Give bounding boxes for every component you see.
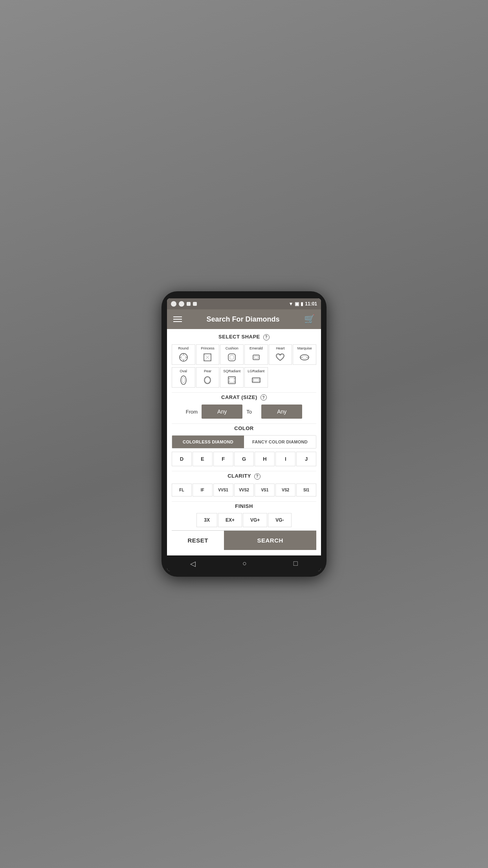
divider-3	[172, 471, 316, 471]
finish-btn-3X[interactable]: 3X	[196, 513, 217, 527]
shape-princess-icon	[202, 352, 213, 363]
signal-icon: ▣	[295, 301, 299, 307]
shape-emerald[interactable]: Emerald	[244, 344, 268, 365]
cart-icon[interactable]: 🛒	[304, 314, 315, 324]
finish-btn-EX+[interactable]: EX+	[218, 513, 242, 527]
clarity-btn-VS1[interactable]: VS1	[255, 484, 275, 497]
color-btn-H[interactable]: H	[255, 452, 275, 466]
finish-section: FINISH 3X EX+ VG+ VG-	[172, 503, 316, 527]
bottom-action-bar: RESET SEARCH	[172, 530, 316, 550]
color-tabs: COLORLESS DIAMOND FANCY COLOR DIAMOND	[172, 435, 316, 449]
search-button[interactable]: SEARCH	[224, 531, 316, 550]
color-btn-J[interactable]: J	[296, 452, 316, 466]
time-display: 11:01	[305, 301, 317, 307]
color-btn-D[interactable]: D	[172, 452, 192, 466]
status-icons-left	[171, 301, 197, 307]
color-btn-F[interactable]: F	[213, 452, 233, 466]
color-btn-E[interactable]: E	[193, 452, 213, 466]
color-tab-colorless[interactable]: COLORLESS DIAMOND	[172, 436, 244, 448]
shape-oval-label: Oval	[180, 369, 187, 373]
shape-oval[interactable]: Oval	[172, 367, 195, 388]
svg-line-9	[204, 357, 207, 361]
menu-button[interactable]	[173, 316, 182, 322]
svg-rect-14	[254, 356, 258, 359]
shape-lgradiant-label: LGRadiant	[248, 369, 264, 373]
shape-cushion-icon	[226, 352, 237, 363]
finish-section-title: FINISH	[172, 503, 316, 509]
carat-to-button[interactable]: Any	[261, 405, 302, 419]
svg-point-16	[302, 356, 307, 359]
clarity-section-title: CLARITY ?	[172, 473, 316, 480]
carat-section: CARAT (SIZE) ? From Any To Any	[172, 394, 316, 419]
shape-pear[interactable]: Pear	[196, 367, 220, 388]
finish-btn-VG+[interactable]: VG+	[243, 513, 267, 527]
color-buttons: D E F G H I J	[172, 452, 316, 466]
svg-rect-11	[228, 354, 235, 361]
nav-bar: ◁ ○ □	[167, 555, 321, 571]
color-tab-fancy[interactable]: FANCY COLOR DIAMOND	[244, 436, 316, 448]
divider-1	[172, 392, 316, 393]
clarity-btn-SI1[interactable]: SI1	[296, 484, 316, 497]
hamburger-line-2	[173, 319, 182, 320]
shape-empty-2	[293, 367, 316, 388]
shape-marquise-label: Marquise	[297, 346, 312, 350]
carat-section-title: CARAT (SIZE) ?	[172, 394, 316, 401]
clarity-btn-VVS2[interactable]: VVS2	[234, 484, 254, 497]
shape-round-label: Round	[178, 346, 189, 350]
shape-lgradiant-icon	[251, 375, 262, 386]
shape-princess-label: Princess	[201, 346, 215, 350]
clarity-help-icon[interactable]: ?	[254, 473, 261, 480]
shape-help-icon[interactable]: ?	[263, 334, 270, 340]
shape-cushion[interactable]: Cushion	[220, 344, 244, 365]
color-section: COLOR COLORLESS DIAMOND FANCY COLOR DIAM…	[172, 425, 316, 466]
carat-from-button[interactable]: Any	[202, 405, 242, 419]
nav-back-button[interactable]: ◁	[190, 559, 196, 568]
notification-icon-2	[179, 301, 184, 307]
shape-marquise[interactable]: Marquise	[293, 344, 316, 365]
svg-rect-28	[253, 379, 259, 381]
shape-grid-row2: Oval Pear	[172, 367, 316, 388]
svg-line-7	[204, 354, 207, 357]
hamburger-line-3	[173, 321, 182, 322]
app-bar: Search For Diamonds 🛒	[167, 309, 321, 329]
phone-frame: ▼ ▣ ▮ 11:01 Search For Diamonds 🛒 SELECT…	[161, 291, 327, 577]
clarity-btn-VS2[interactable]: VS2	[275, 484, 295, 497]
shape-round[interactable]: Round	[172, 344, 195, 365]
battery-icon: ▮	[301, 301, 303, 307]
clarity-btn-FL[interactable]: FL	[172, 484, 192, 497]
shape-pear-label: Pear	[204, 369, 211, 373]
phone-screen: ▼ ▣ ▮ 11:01 Search For Diamonds 🛒 SELECT…	[167, 298, 321, 571]
notification-icon-4	[193, 302, 197, 306]
svg-line-10	[207, 357, 211, 361]
hamburger-line-1	[173, 316, 182, 317]
color-btn-G[interactable]: G	[234, 452, 254, 466]
finish-buttons: 3X EX+ VG+ VG-	[172, 513, 316, 527]
divider-2	[172, 423, 316, 424]
clarity-btn-IF[interactable]: IF	[193, 484, 213, 497]
wifi-icon: ▼	[288, 301, 293, 307]
svg-point-19	[181, 376, 186, 384]
reset-button[interactable]: RESET	[172, 531, 224, 550]
shape-heart-label: Heart	[276, 346, 284, 350]
carat-from-label: From	[186, 409, 198, 415]
shape-heart[interactable]: Heart	[269, 344, 292, 365]
notification-icon-3	[187, 302, 191, 306]
shape-oval-icon	[178, 375, 189, 386]
shape-pear-icon	[202, 375, 213, 386]
clarity-section: CLARITY ? FL IF VVS1 VVS2 VS1 VS2 SI1	[172, 473, 316, 497]
shape-lgradiant[interactable]: LGRadiant	[244, 367, 268, 388]
svg-rect-22	[229, 378, 234, 383]
finish-btn-VG-[interactable]: VG-	[268, 513, 291, 527]
nav-home-button[interactable]: ○	[242, 559, 247, 568]
nav-recent-button[interactable]: □	[294, 559, 298, 568]
clarity-btn-VVS1[interactable]: VVS1	[213, 484, 233, 497]
shape-sqradiant[interactable]: SQRadiant	[220, 367, 244, 388]
color-btn-I[interactable]: I	[275, 452, 295, 466]
color-section-title: COLOR	[172, 425, 316, 431]
shape-heart-icon	[275, 352, 286, 363]
shape-sqradiant-icon	[226, 375, 237, 386]
shape-emerald-label: Emerald	[250, 346, 263, 350]
svg-point-20	[182, 377, 185, 383]
shape-princess[interactable]: Princess	[196, 344, 220, 365]
carat-help-icon[interactable]: ?	[261, 394, 267, 401]
